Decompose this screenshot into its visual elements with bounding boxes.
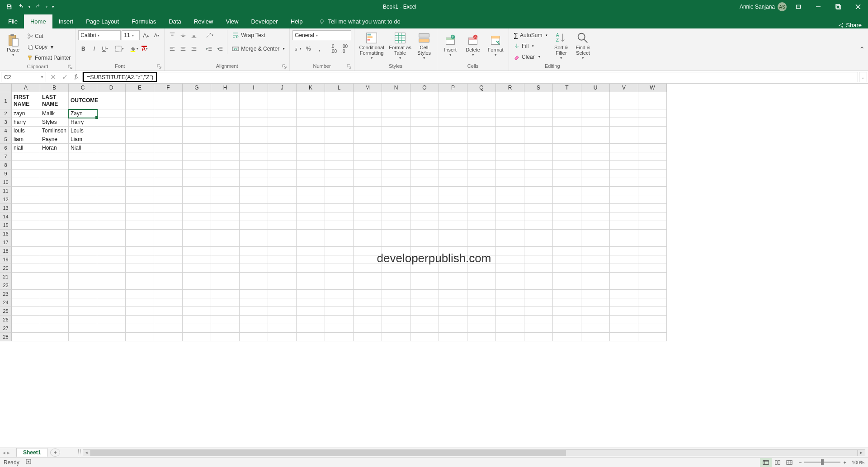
align-right-icon[interactable] (189, 44, 199, 54)
formula-bar: C2▾ ✕ ✓ fx =SUBSTITUTE(A2,"z","Z") ⌄ (0, 71, 868, 84)
clear-button[interactable]: Clear▾ (512, 52, 549, 62)
clipboard-dialog-launcher-icon[interactable] (68, 65, 72, 69)
ribbon-display-options-icon[interactable] (788, 0, 808, 14)
font-dialog-launcher-icon[interactable] (157, 64, 161, 69)
ribbon-tabs: File Home Insert Page Layout Formulas Da… (0, 14, 868, 28)
tab-data[interactable]: Data (162, 14, 187, 28)
comma-format-icon[interactable]: , (314, 44, 324, 54)
font-size-select[interactable]: 11▾ (122, 30, 140, 40)
cancel-formula-icon[interactable]: ✕ (47, 72, 59, 82)
minimize-button[interactable] (808, 0, 828, 14)
copy-icon (27, 44, 33, 50)
delete-cells-icon (466, 33, 480, 47)
align-left-icon[interactable] (167, 44, 177, 54)
number-format-select[interactable]: General▾ (292, 30, 351, 40)
account-area[interactable]: Annie Sanjana AS (740, 2, 788, 11)
merge-center-button[interactable]: Merge & Center▾ (230, 44, 287, 54)
cell-styles-button[interactable]: Cell Styles▾ (414, 30, 434, 61)
table-icon (393, 31, 407, 45)
conditional-formatting-icon (365, 31, 378, 45)
align-middle-icon[interactable] (178, 30, 188, 40)
svg-point-36 (578, 33, 585, 40)
tab-developer[interactable]: Developer (245, 14, 284, 28)
tab-file[interactable]: File (2, 14, 24, 28)
svg-rect-25 (419, 39, 429, 42)
format-as-table-button[interactable]: Format as Table▾ (388, 30, 412, 61)
tab-help[interactable]: Help (284, 14, 309, 28)
maximize-button[interactable] (828, 0, 848, 14)
eraser-icon (514, 54, 520, 60)
name-box[interactable]: C2▾ (1, 72, 46, 82)
share-button[interactable]: Share (831, 22, 868, 28)
find-select-button[interactable]: Find & Select▾ (573, 30, 593, 61)
sigma-icon: ∑ (514, 32, 518, 39)
font-name-select[interactable]: Calibri▾ (78, 30, 121, 40)
paste-button[interactable]: Paste ▾ (3, 30, 24, 60)
svg-rect-8 (10, 34, 14, 36)
increase-font-icon[interactable]: A▴ (141, 30, 151, 40)
tell-me-search[interactable]: Tell me what you want to do (312, 14, 406, 28)
align-center-icon[interactable] (178, 44, 188, 54)
borders-button[interactable]: ▾ (114, 44, 124, 54)
group-cells: Insert▾ Delete▾ Format▾ Cells (437, 28, 509, 71)
insert-cells-button[interactable]: Insert▾ (440, 30, 461, 60)
undo-icon[interactable] (15, 1, 26, 12)
tab-home[interactable]: Home (24, 14, 52, 28)
sort-filter-button[interactable]: AZSort & Filter▾ (551, 30, 571, 61)
delete-cells-button[interactable]: Delete▾ (462, 30, 483, 60)
conditional-formatting-button[interactable]: Conditional Formatting▾ (357, 30, 386, 61)
decrease-decimal-icon[interactable]: .00.0 (340, 44, 349, 54)
underline-button[interactable]: U▾ (100, 44, 110, 54)
format-cells-button[interactable]: Format▾ (485, 30, 506, 60)
svg-rect-24 (419, 34, 429, 38)
autosum-button[interactable]: ∑AutoSum▾ (512, 30, 549, 40)
group-font: Calibri▾ 11▾ A▴ A▾ B I U▾ ▾ ▾ A▾ Font (75, 28, 165, 71)
tab-view[interactable]: View (219, 14, 245, 28)
insert-function-icon[interactable]: fx (71, 72, 82, 82)
quick-access-toolbar: ▾ ▾ ▾ (0, 1, 60, 12)
bucket-icon (130, 46, 136, 52)
close-button[interactable] (848, 0, 868, 14)
tab-review[interactable]: Review (188, 14, 220, 28)
wrap-text-button[interactable]: Wrap Text (230, 30, 287, 40)
svg-rect-16 (142, 46, 147, 47)
italic-button[interactable]: I (89, 44, 99, 54)
fill-color-button[interactable]: ▾ (129, 44, 139, 54)
tab-formulas[interactable]: Formulas (125, 14, 162, 28)
decrease-font-icon[interactable]: A▾ (151, 30, 161, 40)
bold-button[interactable]: B (78, 44, 88, 54)
tab-page-layout[interactable]: Page Layout (80, 14, 125, 28)
enter-formula-icon[interactable]: ✓ (59, 72, 71, 82)
group-clipboard: Paste ▾ Cut Copy▾ Format Painter Clipboa… (0, 28, 75, 71)
share-icon (838, 22, 844, 28)
formula-input[interactable]: =SUBSTITUTE(A2,"z","Z") (82, 72, 858, 82)
fill-button[interactable]: Fill▾ (512, 41, 549, 51)
percent-format-icon[interactable]: % (303, 44, 313, 54)
decrease-indent-icon[interactable] (204, 44, 214, 54)
user-avatar: AS (778, 2, 787, 11)
collapse-ribbon-icon[interactable]: ⌃ (855, 28, 868, 71)
alignment-dialog-launcher-icon[interactable] (282, 64, 287, 69)
svg-point-3 (321, 19, 324, 23)
qat-customize-icon[interactable]: ▾ (50, 1, 56, 12)
number-dialog-launcher-icon[interactable] (347, 64, 351, 69)
svg-point-4 (839, 24, 840, 25)
redo-dropdown-icon[interactable]: ▾ (44, 1, 49, 12)
expand-formula-bar-icon[interactable]: ⌄ (859, 72, 867, 82)
group-editing: ∑AutoSum▾ Fill▾ Clear▾ AZSort & Filter▾ … (509, 28, 595, 71)
orientation-icon[interactable]: ▾ (204, 30, 214, 40)
tab-insert[interactable]: Insert (52, 14, 80, 28)
copy-button[interactable]: Copy▾ (25, 42, 72, 52)
redo-icon[interactable] (33, 1, 43, 12)
cut-button[interactable]: Cut (25, 31, 72, 41)
font-color-button[interactable]: A▾ (140, 44, 150, 54)
accounting-format-icon[interactable]: $▾ (292, 44, 302, 54)
undo-dropdown-icon[interactable]: ▾ (27, 1, 32, 12)
sort-filter-icon: AZ (554, 31, 568, 45)
align-bottom-icon[interactable] (189, 30, 199, 40)
save-icon[interactable] (4, 1, 14, 12)
align-top-icon[interactable] (167, 30, 177, 40)
increase-indent-icon[interactable] (215, 44, 225, 54)
format-painter-button[interactable]: Format Painter (25, 53, 72, 63)
increase-decimal-icon[interactable]: .0.00 (329, 44, 339, 54)
